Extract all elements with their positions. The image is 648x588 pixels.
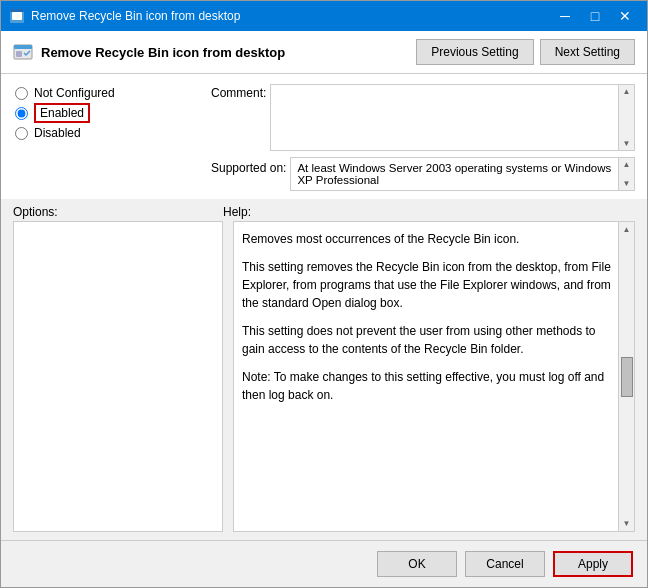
disabled-option[interactable]: Disabled <box>15 126 197 140</box>
minimize-button[interactable]: ─ <box>551 6 579 26</box>
supported-value: At least Windows Server 2003 operating s… <box>291 158 618 190</box>
comment-scrollbar: ▲ ▼ <box>618 85 634 150</box>
help-scrollbar: ▲ ▼ <box>618 222 634 531</box>
options-panel <box>13 221 223 532</box>
help-text: Removes most occurrences of the Recycle … <box>234 222 634 531</box>
supported-scrollbar: ▲ ▼ <box>618 158 634 190</box>
help-box: Removes most occurrences of the Recycle … <box>233 221 635 532</box>
next-setting-button[interactable]: Next Setting <box>540 39 635 65</box>
comment-scroll-down: ▼ <box>621 137 633 150</box>
help-scroll-down: ▼ <box>620 516 634 531</box>
main-body: Not Configured Enabled Disabled <box>1 74 647 540</box>
help-panel: Removes most occurrences of the Recycle … <box>233 221 635 532</box>
comment-textarea[interactable] <box>271 85 618 150</box>
title-bar-text: Remove Recycle Bin icon from desktop <box>31 9 240 23</box>
previous-setting-button[interactable]: Previous Setting <box>416 39 533 65</box>
supported-section: Supported on: At least Windows Server 20… <box>211 157 635 191</box>
help-scroll-up: ▲ <box>620 222 634 237</box>
dialog-header: Remove Recycle Bin icon from desktop Pre… <box>1 31 647 74</box>
svg-rect-5 <box>16 51 22 57</box>
dialog-header-buttons: Previous Setting Next Setting <box>416 39 635 65</box>
not-configured-radio[interactable] <box>15 87 28 100</box>
comment-box: ▲ ▼ <box>270 84 635 151</box>
disabled-label: Disabled <box>34 126 81 140</box>
not-configured-option[interactable]: Not Configured <box>15 86 197 100</box>
enabled-radio[interactable] <box>15 107 28 120</box>
title-bar-left: Remove Recycle Bin icon from desktop <box>9 8 240 24</box>
help-p2: This setting removes the Recycle Bin ico… <box>242 258 612 312</box>
apply-button[interactable]: Apply <box>553 551 633 577</box>
options-label: Options: <box>13 205 223 219</box>
window-icon <box>9 8 25 24</box>
supported-label: Supported on: <box>211 157 286 175</box>
help-p3: This setting does not prevent the user f… <box>242 322 612 358</box>
panels-row: Removes most occurrences of the Recycle … <box>1 221 647 540</box>
svg-rect-2 <box>10 9 24 12</box>
dialog-header-left: Remove Recycle Bin icon from desktop <box>13 42 285 62</box>
comment-scroll-up: ▲ <box>621 85 633 98</box>
footer: OK Cancel Apply <box>1 540 647 587</box>
ok-button[interactable]: OK <box>377 551 457 577</box>
comment-label: Comment: <box>211 84 266 100</box>
help-label: Help: <box>223 205 635 219</box>
disabled-radio[interactable] <box>15 127 28 140</box>
radio-group: Not Configured Enabled Disabled <box>15 86 197 140</box>
svg-rect-1 <box>12 12 22 20</box>
title-bar: Remove Recycle Bin icon from desktop ─ □… <box>1 1 647 31</box>
supported-scroll-up: ▲ <box>621 158 633 171</box>
title-bar-controls: ─ □ ✕ <box>551 6 639 26</box>
comment-section: Comment: ▲ ▼ <box>211 84 635 151</box>
help-scrollbar-thumb <box>621 357 633 397</box>
not-configured-label: Not Configured <box>34 86 115 100</box>
enabled-label-text: Enabled <box>34 103 90 123</box>
radio-panel: Not Configured Enabled Disabled <box>1 74 211 199</box>
enabled-label: Enabled <box>34 106 90 120</box>
dialog-icon <box>13 42 33 62</box>
dialog-title: Remove Recycle Bin icon from desktop <box>41 45 285 60</box>
help-p1: Removes most occurrences of the Recycle … <box>242 230 612 248</box>
top-section: Not Configured Enabled Disabled <box>1 74 647 199</box>
right-section: Comment: ▲ ▼ Supported on: At least Wind… <box>211 74 647 199</box>
close-button[interactable]: ✕ <box>611 6 639 26</box>
main-window: Remove Recycle Bin icon from desktop ─ □… <box>0 0 648 588</box>
supported-scroll-down: ▼ <box>621 177 633 190</box>
supported-box: At least Windows Server 2003 operating s… <box>290 157 635 191</box>
maximize-button[interactable]: □ <box>581 6 609 26</box>
help-p4: Note: To make changes to this setting ef… <box>242 368 612 404</box>
section-labels: Options: Help: <box>1 199 647 221</box>
enabled-option[interactable]: Enabled <box>15 106 197 120</box>
svg-rect-4 <box>14 45 32 49</box>
options-box <box>13 221 223 532</box>
cancel-button[interactable]: Cancel <box>465 551 545 577</box>
